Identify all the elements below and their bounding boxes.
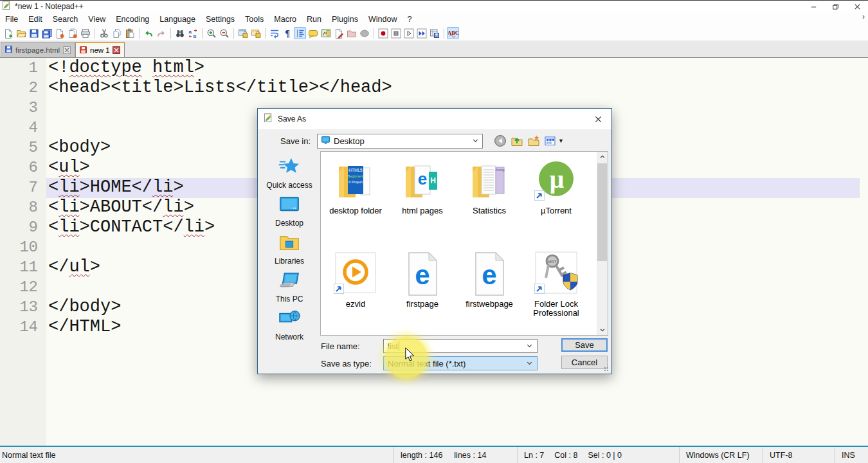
menu-item-file[interactable]: File: [0, 12, 23, 26]
close-tab-icon[interactable]: [62, 46, 71, 54]
scroll-down-icon[interactable]: [597, 325, 608, 335]
quick-access-icon: [278, 156, 300, 179]
menu-item-window[interactable]: Window: [363, 12, 402, 26]
tab-firstpage-html[interactable]: firstpage.html: [1, 42, 75, 57]
menu-item-tools[interactable]: Tools: [240, 12, 269, 26]
menu-item-settings[interactable]: Settings: [201, 12, 240, 26]
views-button[interactable]: ▼: [544, 134, 564, 147]
dialog-title-bar[interactable]: Save As: [258, 109, 611, 129]
file-item-firstwebpage[interactable]: efirstwebpage: [456, 248, 523, 318]
save-as-dialog: Save As Save in: Desktop ▼ Quick accessD…: [257, 108, 612, 374]
menu-item-[interactable]: ?: [402, 12, 417, 26]
replace-icon[interactable]: ab: [186, 27, 199, 39]
scrollbar-thumb[interactable]: [597, 163, 607, 261]
file-list-scrollbar[interactable]: [597, 152, 608, 335]
sidebar-item-this-pc[interactable]: This PC: [259, 268, 320, 305]
toolbar-separator: [374, 28, 374, 39]
menu-overflow-chevron[interactable]: ›: [862, 12, 865, 21]
scroll-up-icon[interactable]: [597, 152, 608, 162]
toolbar-separator: [233, 28, 234, 39]
play-macro-icon[interactable]: [402, 27, 415, 39]
copy-icon[interactable]: [111, 27, 123, 39]
save-all-icon[interactable]: [41, 27, 53, 39]
open-file-icon[interactable]: [15, 27, 27, 39]
close-all-icon[interactable]: [66, 27, 78, 39]
new-file-icon[interactable]: [2, 27, 14, 39]
sidebar-item-libraries[interactable]: Libraries: [259, 230, 320, 268]
redo-icon[interactable]: [155, 27, 167, 39]
save-in-dropdown[interactable]: Desktop: [317, 134, 483, 149]
file-item-µtorrent[interactable]: µµTorrent: [523, 155, 590, 248]
up-folder-button[interactable]: [511, 134, 523, 147]
function-completion-icon[interactable]: [307, 27, 319, 39]
status-length: length : 146: [401, 451, 442, 460]
menu-item-view[interactable]: View: [83, 12, 111, 26]
cancel-button[interactable]: Cancel: [561, 356, 608, 369]
file-item-label: Statistics: [473, 206, 506, 215]
views-dropdown-caret[interactable]: ▼: [558, 138, 564, 144]
sidebar-item-desktop[interactable]: Desktop: [259, 192, 320, 230]
file-item-label: html pages: [402, 206, 443, 215]
desktop-mini-icon: [321, 135, 330, 147]
sidebar-item-quick-access[interactable]: Quick access: [259, 154, 320, 192]
file-item-folder-lock-professional[interactable]: MRTFolder Lock Professional: [523, 248, 590, 318]
menu-item-run[interactable]: Run: [302, 12, 327, 26]
doc-peek-icon[interactable]: [358, 27, 370, 39]
menu-item-encoding[interactable]: Encoding: [111, 12, 154, 26]
doc-edit-icon[interactable]: [332, 27, 345, 39]
chevron-down-icon: [526, 341, 533, 351]
file-item-firstpage[interactable]: efirstpage: [389, 248, 456, 318]
close-icon[interactable]: [53, 27, 66, 39]
menu-item-macro[interactable]: Macro: [269, 12, 302, 26]
cut-icon[interactable]: [98, 27, 110, 39]
doc-map-icon[interactable]: [320, 27, 332, 39]
file-item-html-pages[interactable]: eHhtml pages: [389, 155, 456, 248]
close-window-button[interactable]: [846, 1, 868, 12]
toolbar-separator: [444, 28, 444, 39]
folder-as-workspace-icon[interactable]: [345, 27, 357, 39]
save-in-value: Desktop: [334, 136, 365, 146]
menu-item-search[interactable]: Search: [48, 12, 84, 26]
zoom-out-icon[interactable]: [218, 27, 230, 39]
record-macro-icon[interactable]: [377, 27, 389, 39]
dialog-close-button[interactable]: [584, 109, 611, 129]
word-wrap-icon[interactable]: [268, 27, 280, 39]
file-item-statistics[interactable]: AveragStatistics: [456, 155, 523, 248]
new-folder-button[interactable]: [527, 134, 540, 147]
sidebar-item-network[interactable]: Network: [259, 305, 320, 343]
show-all-characters-icon[interactable]: ¶: [281, 27, 293, 39]
zoom-in-icon[interactable]: [205, 27, 217, 39]
line-number: 2: [0, 78, 46, 98]
status-col: Col : 8: [554, 451, 577, 460]
minimize-button[interactable]: [802, 1, 824, 12]
tab-new-1[interactable]: new 1: [75, 42, 125, 57]
back-button[interactable]: [494, 134, 507, 147]
file-item-desktop-folder[interactable]: HTML5Beginnersh Projectdesktop folder: [322, 155, 389, 248]
spell-check-icon[interactable]: ABC: [447, 27, 459, 39]
sync-horizontal-icon[interactable]: [249, 27, 262, 39]
indent-guide-icon[interactable]: [294, 27, 306, 39]
restore-button[interactable]: [824, 1, 846, 12]
menu-item-plugins[interactable]: Plugins: [327, 12, 363, 26]
undo-icon[interactable]: [142, 27, 154, 39]
file-item-ezvid[interactable]: ezvid: [322, 248, 389, 318]
menu-item-language[interactable]: Language: [154, 12, 201, 26]
run-macro-multiple-icon[interactable]: [415, 27, 428, 39]
sync-vertical-icon[interactable]: [237, 27, 249, 39]
resize-grip[interactable]: [604, 367, 609, 372]
print-icon[interactable]: [79, 27, 91, 39]
file-item-label: µTorrent: [541, 206, 572, 215]
shortcut-arrow-icon: [534, 284, 545, 296]
save-icon[interactable]: [28, 27, 40, 39]
file-item-label: firstpage: [406, 300, 439, 309]
paste-icon[interactable]: [123, 27, 136, 39]
save-macro-icon[interactable]: [428, 27, 440, 39]
file-list[interactable]: HTML5Beginnersh Projectdesktop foldereHh…: [320, 151, 608, 336]
svg-text:h Project: h Project: [348, 180, 363, 184]
find-icon[interactable]: [174, 27, 186, 39]
stop-macro-icon[interactable]: [390, 27, 402, 39]
save-button[interactable]: Save: [561, 338, 608, 352]
svg-text:Averag: Averag: [495, 168, 505, 172]
close-tab-icon[interactable]: [113, 46, 121, 55]
menu-item-edit[interactable]: Edit: [23, 12, 48, 26]
